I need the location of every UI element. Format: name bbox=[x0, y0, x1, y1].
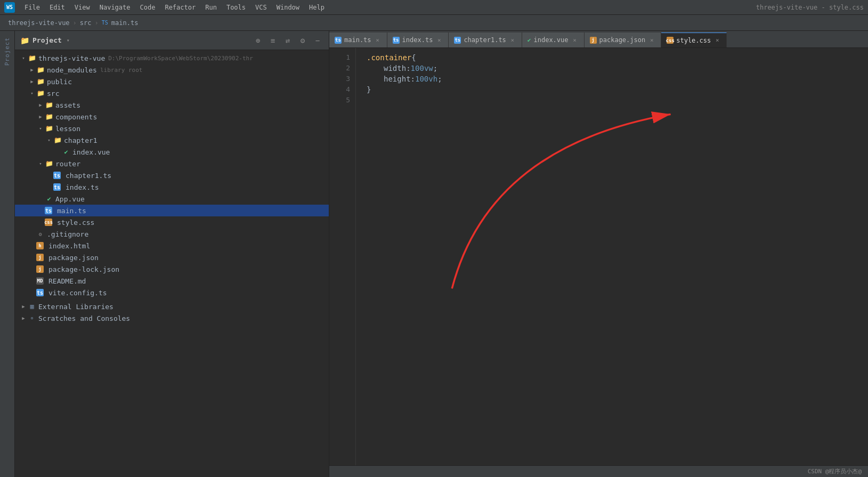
arrow-icon-assets: ▶ bbox=[36, 101, 45, 109]
tree-item-components[interactable]: ▶ 📁 components bbox=[15, 111, 329, 123]
tree-item-node-modules[interactable]: ▶ 📁 node_modules library root bbox=[15, 64, 329, 76]
arrow-icon-chapter1: ▾ bbox=[45, 136, 53, 144]
tree-label-ih: index.html bbox=[48, 242, 90, 250]
window-title: threejs-vite-vue - style.css bbox=[756, 4, 864, 11]
menu-tools[interactable]: Tools bbox=[222, 3, 250, 12]
md-icon-rm: MD bbox=[36, 277, 44, 285]
tab-label-package-json: package.json bbox=[599, 36, 646, 44]
status-bar: CSDN @程序员小杰@ bbox=[329, 465, 868, 477]
file-tree: ▾ 📁 threejs-vite-vue D:\ProgramWorkSpace… bbox=[15, 50, 329, 477]
ts-icon-tab-index: ts bbox=[393, 37, 400, 44]
tab-index-ts[interactable]: ts index.ts × bbox=[387, 33, 449, 47]
tab-close-index-ts[interactable]: × bbox=[435, 36, 443, 44]
ts-icon-vct: ts bbox=[36, 289, 44, 296]
editor-area: ts main.ts × ts index.ts × ts chapter1.t… bbox=[329, 31, 868, 477]
main-layout: Project 📁 Project ▾ ⊕ ≡ ⇄ ⚙ − ▾ 📁 bbox=[0, 31, 868, 477]
tree-item-scratches[interactable]: ▶ ⚬ Scratches and Consoles bbox=[15, 312, 329, 324]
tree-item-chapter1-ts[interactable]: ▶ ts chapter1.ts bbox=[15, 169, 329, 181]
panel-arrow-icon[interactable]: ▾ bbox=[67, 37, 70, 43]
arrow-icon-lesson: ▾ bbox=[36, 124, 45, 133]
folder-icon: 📁 bbox=[20, 36, 29, 45]
folder-icon-router: 📁 bbox=[45, 159, 53, 168]
menu-navigate[interactable]: Navigate bbox=[95, 3, 135, 12]
tree-label-nm: node_modules bbox=[47, 66, 97, 74]
tree-item-index-html[interactable]: ▶ h index.html bbox=[15, 240, 329, 252]
css-value-width: 100vw bbox=[411, 63, 433, 74]
css-close-brace: } bbox=[367, 84, 371, 95]
tree-item-router[interactable]: ▾ 📁 router bbox=[15, 158, 329, 169]
tree-item-style-css[interactable]: ▶ css style.css bbox=[15, 216, 329, 228]
breadcrumb-src[interactable]: src bbox=[80, 19, 92, 27]
tab-index-vue[interactable]: ✔ index.vue × bbox=[522, 33, 585, 47]
tree-item-main-ts[interactable]: ▶ ts main.ts bbox=[15, 205, 329, 216]
tree-item-public[interactable]: ▶ 📁 public bbox=[15, 76, 329, 87]
tab-close-chapter1-ts[interactable]: × bbox=[509, 36, 516, 44]
arrow-icon-components: ▶ bbox=[36, 112, 45, 121]
tree-item-index-ts-router[interactable]: ▶ ts index.ts bbox=[15, 181, 329, 193]
tree-label-chapter1: chapter1 bbox=[64, 136, 98, 144]
code-area[interactable]: .container{ width: 100vw; height: 100vh;… bbox=[356, 48, 868, 465]
tree-label-gi: .gitignore bbox=[47, 230, 88, 238]
tree-item-app-vue[interactable]: ▶ ✔ App.vue bbox=[15, 193, 329, 205]
toolbar-settings-icon[interactable]: ⚙ bbox=[297, 35, 309, 46]
breadcrumb: threejs-vite-vue › src › TS main.ts bbox=[0, 15, 868, 31]
line-num-1: 1 bbox=[329, 52, 350, 63]
tree-item-package-lock-json[interactable]: ▶ j package-lock.json bbox=[15, 263, 329, 275]
tree-item-index-vue-ch1[interactable]: ▶ ✔ index.vue bbox=[15, 146, 329, 158]
tab-style-css[interactable]: css style.css × bbox=[661, 33, 727, 47]
menu-run[interactable]: Run bbox=[201, 3, 221, 12]
editor-content[interactable]: 1 2 3 4 5 .container{ width: 100vw; bbox=[329, 48, 868, 465]
tree-label-itsr: index.ts bbox=[66, 183, 99, 191]
menu-refactor[interactable]: Refactor bbox=[160, 3, 200, 12]
arrow-icon-el: ▶ bbox=[19, 302, 28, 311]
breadcrumb-project[interactable]: threejs-vite-vue bbox=[8, 19, 70, 27]
tree-item-package-json[interactable]: ▶ j package.json bbox=[15, 252, 329, 263]
menu-vcs[interactable]: VCS bbox=[251, 3, 271, 12]
tab-package-json[interactable]: j package.json × bbox=[585, 33, 662, 47]
toolbar-collapse-icon[interactable]: ≡ bbox=[267, 35, 279, 46]
folder-icon-assets: 📁 bbox=[45, 101, 53, 109]
git-icon-gi: ⚙ bbox=[36, 230, 45, 238]
menu-help[interactable]: Help bbox=[305, 3, 329, 12]
tab-close-index-vue[interactable]: × bbox=[571, 36, 579, 44]
arrow-icon-sc2: ▶ bbox=[19, 314, 28, 322]
menu-edit[interactable]: Edit bbox=[45, 3, 69, 12]
tab-close-main-ts[interactable]: × bbox=[374, 36, 382, 44]
menu-view[interactable]: View bbox=[70, 3, 94, 12]
tab-label-index-vue: index.vue bbox=[533, 36, 568, 44]
tree-item-assets[interactable]: ▶ 📁 assets bbox=[15, 99, 329, 111]
css-semi-1: ; bbox=[433, 63, 437, 74]
tree-label-ivc: index.vue bbox=[72, 148, 110, 156]
tree-item-chapter1[interactable]: ▾ 📁 chapter1 bbox=[15, 134, 329, 146]
tree-label-lesson: lesson bbox=[55, 125, 80, 133]
toolbar-minimize-icon[interactable]: − bbox=[312, 35, 323, 46]
side-strip-label[interactable]: Project bbox=[4, 37, 11, 66]
tree-item-gitignore[interactable]: ▶ ⚙ .gitignore bbox=[15, 228, 329, 240]
toolbar-expand-icon[interactable]: ⇄ bbox=[282, 35, 294, 46]
tab-main-ts[interactable]: ts main.ts × bbox=[329, 33, 387, 47]
tree-item-vite-config-ts[interactable]: ▶ ts vite.config.ts bbox=[15, 287, 329, 298]
tab-close-package-json[interactable]: × bbox=[648, 36, 655, 44]
arrow-icon-router: ▾ bbox=[36, 159, 45, 168]
tab-close-style-css[interactable]: × bbox=[713, 37, 721, 44]
menu-file[interactable]: File bbox=[20, 3, 44, 12]
tree-label-plj: package-lock.json bbox=[48, 265, 119, 273]
arrow-icon: ▾ bbox=[19, 54, 28, 62]
tree-item-root[interactable]: ▾ 📁 threejs-vite-vue D:\ProgramWorkSpace… bbox=[15, 52, 329, 64]
tree-item-readme-md[interactable]: ▶ MD README.md bbox=[15, 275, 329, 287]
ts-icon-mts: ts bbox=[45, 207, 52, 214]
tab-label-chapter1-ts: chapter1.ts bbox=[464, 36, 506, 44]
tree-item-src[interactable]: ▾ 📁 src bbox=[15, 87, 329, 99]
tree-item-lesson[interactable]: ▾ 📁 lesson bbox=[15, 123, 329, 134]
menu-window[interactable]: Window bbox=[272, 3, 304, 12]
folder-icon-root: 📁 bbox=[28, 54, 36, 62]
tree-item-external-libraries[interactable]: ▶ ▦ External Libraries bbox=[15, 301, 329, 312]
toolbar-locate-icon[interactable]: ⊕ bbox=[252, 35, 264, 46]
breadcrumb-file[interactable]: main.ts bbox=[111, 19, 139, 27]
folder-icon-src: 📁 bbox=[36, 89, 45, 98]
tab-chapter1-ts[interactable]: ts chapter1.ts × bbox=[449, 33, 522, 47]
code-line-5 bbox=[367, 95, 868, 106]
menu-code[interactable]: Code bbox=[136, 3, 160, 12]
json-icon-pj: j bbox=[36, 254, 44, 261]
css-selector: .container bbox=[367, 52, 411, 63]
